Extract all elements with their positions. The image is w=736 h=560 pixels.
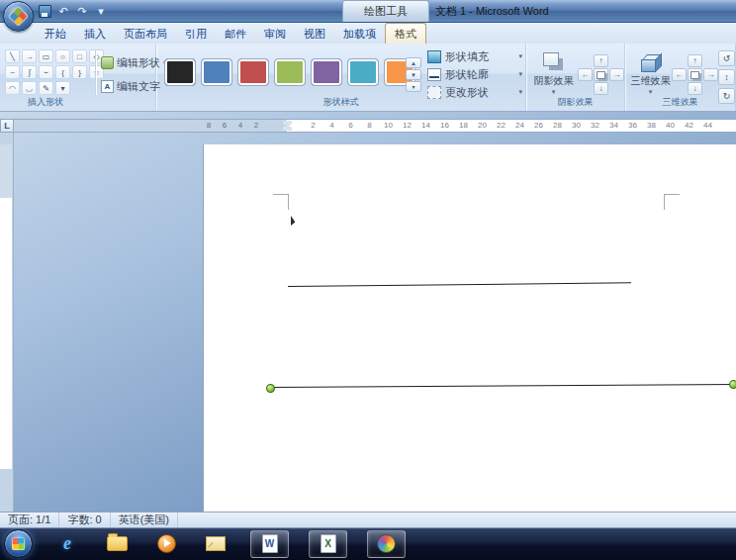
- shape-gallery-item[interactable]: ▾: [55, 81, 70, 95]
- shape-gallery-item[interactable]: ○: [55, 49, 70, 63]
- selection-handle-left[interactable]: [266, 384, 275, 393]
- mail-icon: [206, 536, 226, 551]
- shape-gallery-item[interactable]: }: [72, 65, 87, 79]
- ruler-number: 40: [661, 120, 680, 132]
- shape-style-gallery: [164, 58, 415, 86]
- internet-explorer-button[interactable]: e: [52, 530, 82, 558]
- mail-button[interactable]: [201, 530, 230, 558]
- ruler-number: 38: [642, 120, 661, 132]
- gallery-more-button[interactable]: ▾: [406, 81, 421, 92]
- shape-gallery-item[interactable]: □: [72, 49, 87, 63]
- shape-gallery-item[interactable]: ▭: [39, 49, 53, 63]
- ruler-number: 8: [201, 120, 217, 132]
- document-area: L 8642 246810121416182022242628303234363…: [0, 111, 736, 512]
- nudge-shadow-right-button[interactable]: →: [609, 68, 624, 81]
- ribbon-tab[interactable]: 审阅: [255, 24, 295, 44]
- tilt-down-button[interactable]: ↓: [688, 82, 702, 95]
- ribbon-tab[interactable]: 视图: [295, 24, 334, 44]
- shape-style-swatch[interactable]: [347, 58, 379, 86]
- nudge-shadow-down-button[interactable]: ↓: [594, 82, 608, 95]
- 3d-effects-button[interactable]: 三维效果 ▾: [626, 48, 675, 95]
- shadow-effects-button[interactable]: 阴影效果 ▾: [529, 48, 578, 95]
- taskbar: e W X: [0, 527, 736, 560]
- rotate-left-button[interactable]: ↺: [718, 50, 735, 66]
- page[interactable]: [204, 144, 736, 512]
- tilt-right-button[interactable]: →: [703, 68, 718, 81]
- paint-bucket-icon: [427, 50, 441, 63]
- group-shape-styles: ▲ ▼ ▾ 形状填充 ▾ 形状轮廓 ▾ 更改形状 ▾ 形状样式: [156, 44, 526, 111]
- ruler-number: 22: [492, 120, 510, 132]
- nudge-shadow-up-button[interactable]: ↑: [594, 54, 608, 67]
- shape-gallery-item[interactable]: ∫: [22, 65, 37, 79]
- language-indicator[interactable]: 英语(美国): [111, 513, 178, 527]
- office-button[interactable]: [3, 1, 34, 32]
- media-player-button[interactable]: [151, 530, 181, 558]
- shape-style-swatch[interactable]: [237, 58, 269, 86]
- start-button[interactable]: [4, 529, 33, 558]
- ribbon-tab[interactable]: 插入: [75, 24, 115, 44]
- shape-style-swatch[interactable]: [164, 58, 196, 86]
- ruler-number: 6: [217, 120, 232, 132]
- customize-qat-button[interactable]: ▾: [93, 3, 109, 19]
- nudge-shadow-left-button[interactable]: ←: [578, 68, 593, 81]
- shape-fill-button[interactable]: 形状填充 ▾: [427, 49, 522, 63]
- drawn-line-shape[interactable]: [288, 282, 631, 287]
- word-count[interactable]: 字数: 0: [59, 513, 110, 527]
- ruler-number: 10: [379, 120, 398, 132]
- paint-taskbar-button[interactable]: [367, 530, 406, 558]
- tilt-left-button[interactable]: ←: [672, 68, 687, 81]
- undo-button[interactable]: ↶: [55, 3, 71, 19]
- toggle-shadow-button[interactable]: [594, 68, 608, 81]
- tab-stop-selector[interactable]: L: [0, 119, 14, 133]
- shape-outline-button[interactable]: 形状轮廓 ▾: [427, 67, 522, 81]
- word-taskbar-button[interactable]: W: [250, 530, 289, 558]
- ribbon-tab-row: 开始插入页面布局引用邮件审阅视图加载项格式: [0, 22, 736, 44]
- file-explorer-button[interactable]: [102, 530, 132, 558]
- shape-gallery-item[interactable]: ╲: [5, 49, 20, 63]
- word-icon: W: [262, 534, 278, 553]
- ribbon-tab[interactable]: 页面布局: [115, 24, 176, 44]
- ruler-number: 6: [341, 120, 360, 132]
- redo-button[interactable]: ↷: [74, 3, 90, 19]
- save-button[interactable]: [37, 3, 52, 19]
- shape-style-swatch[interactable]: [201, 58, 232, 86]
- ruler-number: 26: [529, 120, 548, 132]
- chevron-down-icon: ▾: [518, 70, 522, 78]
- ribbon-tab[interactable]: 开始: [36, 24, 75, 44]
- edit-text-icon: A: [101, 80, 114, 93]
- shape-gallery-item[interactable]: ◡: [22, 81, 37, 95]
- toggle-3d-button[interactable]: [688, 68, 702, 81]
- shape-gallery-item[interactable]: {: [55, 65, 70, 79]
- shape-style-swatch[interactable]: [311, 58, 342, 86]
- selection-handle-right[interactable]: [729, 380, 736, 389]
- margin-corner-mark-right: [664, 194, 680, 210]
- vertical-ruler: [0, 133, 14, 512]
- shape-gallery: ╲→▭○□◇ ~∫⌣{}☆ ◠◡✎▾: [5, 49, 104, 95]
- gallery-scroll-up-button[interactable]: ▲: [406, 57, 421, 68]
- tilt-up-button[interactable]: ↑: [688, 54, 702, 67]
- ruler-number: 14: [416, 120, 435, 132]
- excel-taskbar-button[interactable]: X: [309, 530, 347, 558]
- ruler-number: 4: [232, 120, 248, 132]
- ribbon-tab[interactable]: 引用: [176, 24, 216, 44]
- gallery-scroll-down-button[interactable]: ▼: [406, 69, 421, 80]
- shape-gallery-item[interactable]: ✎: [39, 81, 53, 95]
- shape-gallery-item[interactable]: →: [22, 49, 37, 63]
- shape-style-swatch[interactable]: [274, 58, 306, 86]
- ribbon-tab[interactable]: 加载项: [334, 24, 385, 44]
- windows-logo-icon: [12, 537, 25, 550]
- shape-gallery-item[interactable]: ⌣: [39, 65, 53, 79]
- page-indicator[interactable]: 页面: 1/1: [0, 513, 59, 527]
- shape-gallery-item[interactable]: ~: [5, 65, 20, 79]
- ribbon-tab[interactable]: 邮件: [216, 24, 255, 44]
- ribbon-tab[interactable]: 格式: [385, 23, 426, 44]
- office-logo-icon: [8, 6, 29, 27]
- selected-line-shape[interactable]: [270, 384, 736, 388]
- vertical-ruler-margin: [0, 144, 12, 198]
- vertical-ruler-text-area: [0, 198, 12, 469]
- edit-shape-icon: [101, 56, 114, 69]
- horizontal-ruler: 8642 24681012141618202224262830323436384…: [14, 119, 736, 133]
- rotate-vertical-button[interactable]: ↕: [718, 69, 735, 85]
- shape-gallery-item[interactable]: ◠: [5, 81, 20, 95]
- save-icon: [39, 5, 51, 18]
